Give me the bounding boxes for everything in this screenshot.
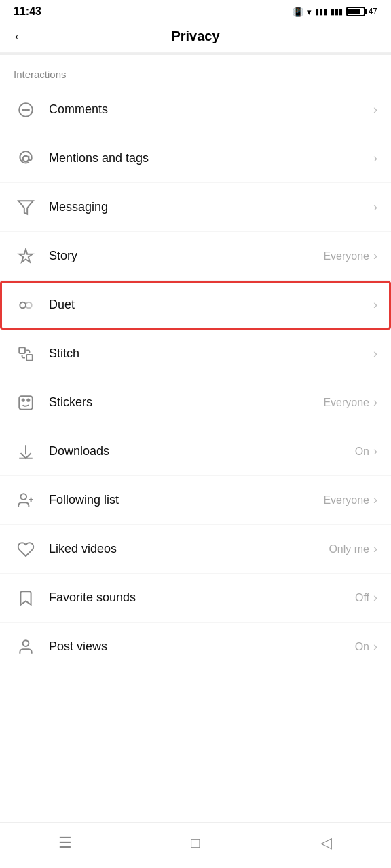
mention-icon	[14, 146, 38, 171]
signal-icon1: ▮▮▮	[315, 7, 327, 16]
svg-point-12	[27, 399, 29, 401]
menu-item-favorite[interactable]: Favorite sounds Off ›	[0, 574, 391, 623]
stitch-label: Stitch	[49, 347, 369, 361]
svg-point-2	[25, 108, 26, 110]
liked-chevron: ›	[373, 542, 377, 556]
menu-item-mentions[interactable]: Mentions and tags ›	[0, 134, 391, 183]
stitch-icon	[14, 342, 38, 366]
stickers-value: Everyone	[323, 397, 369, 409]
messaging-chevron: ›	[373, 200, 377, 214]
nav-home-button[interactable]: □	[175, 829, 216, 856]
menu-item-downloads[interactable]: Downloads On ›	[0, 427, 391, 476]
stickers-label: Stickers	[49, 395, 323, 410]
section-label-interactions: Interactions	[0, 55, 391, 85]
postviews-chevron: ›	[373, 639, 377, 654]
comments-label: Comments	[49, 102, 369, 117]
page-header: ← Privacy	[0, 20, 391, 53]
battery-level: 47	[369, 7, 377, 16]
downloads-label: Downloads	[49, 444, 355, 458]
menu-item-stickers[interactable]: Stickers Everyone ›	[0, 378, 391, 427]
menu-item-duet[interactable]: Duet ›	[0, 281, 391, 330]
comments-chevron: ›	[373, 102, 377, 117]
signal-icon2: ▮▮▮	[331, 7, 343, 16]
status-icons: 📳 ▾ ▮▮▮ ▮▮▮ 47	[293, 7, 377, 17]
svg-point-3	[28, 108, 29, 110]
liked-label: Liked videos	[49, 542, 329, 556]
story-chevron: ›	[373, 249, 377, 263]
duet-label: Duet	[49, 298, 369, 312]
menu-list: Interactions Comments › Mentions and tag…	[0, 55, 391, 822]
svg-point-14	[23, 640, 29, 646]
menu-item-stitch[interactable]: Stitch ›	[0, 330, 391, 378]
battery-icon	[346, 7, 365, 16]
postviews-icon	[14, 635, 38, 659]
story-value: Everyone	[323, 250, 369, 262]
status-time: 11:43	[14, 5, 41, 18]
messaging-icon	[14, 195, 38, 220]
menu-item-comments[interactable]: Comments ›	[0, 85, 391, 134]
svg-rect-10	[19, 396, 33, 410]
svg-rect-9	[26, 355, 33, 361]
duet-chevron: ›	[373, 298, 377, 312]
status-bar: 11:43 📳 ▾ ▮▮▮ ▮▮▮ 47	[0, 0, 391, 20]
stickers-chevron: ›	[373, 395, 377, 410]
following-icon	[14, 488, 38, 513]
story-label: Story	[49, 249, 323, 263]
menu-item-postviews[interactable]: Post views On ›	[0, 623, 391, 671]
svg-point-7	[26, 302, 32, 308]
menu-item-following[interactable]: Following list Everyone ›	[0, 476, 391, 525]
stickers-icon	[14, 391, 38, 415]
svg-point-11	[22, 399, 24, 401]
following-chevron: ›	[373, 493, 377, 507]
menu-item-liked[interactable]: Liked videos Only me ›	[0, 525, 391, 574]
bottom-nav: ☰ □ ◁	[0, 822, 391, 868]
vibrate-icon: 📳	[293, 7, 303, 17]
mentions-label: Mentions and tags	[49, 151, 369, 165]
favorite-chevron: ›	[373, 591, 377, 605]
svg-point-13	[20, 494, 26, 500]
favorite-label: Favorite sounds	[49, 591, 355, 605]
comment-icon	[14, 98, 38, 122]
postviews-value: On	[355, 641, 369, 653]
mentions-chevron: ›	[373, 151, 377, 165]
downloads-value: On	[355, 446, 369, 458]
menu-item-story[interactable]: Story Everyone ›	[0, 232, 391, 281]
wifi-icon: ▾	[307, 7, 312, 17]
nav-back-button[interactable]: ◁	[305, 829, 346, 856]
story-icon	[14, 244, 38, 269]
svg-point-6	[20, 302, 26, 308]
messaging-label: Messaging	[49, 200, 369, 214]
nav-menu-button[interactable]: ☰	[45, 829, 86, 856]
page-title: Privacy	[171, 28, 219, 44]
liked-icon	[14, 537, 38, 561]
postviews-label: Post views	[49, 639, 355, 654]
favorite-icon	[14, 586, 38, 610]
downloads-chevron: ›	[373, 444, 377, 458]
favorite-value: Off	[355, 592, 369, 604]
menu-item-messaging[interactable]: Messaging ›	[0, 183, 391, 232]
following-value: Everyone	[323, 494, 369, 507]
downloads-icon	[14, 439, 38, 464]
svg-marker-5	[18, 201, 33, 214]
svg-point-1	[22, 108, 24, 110]
following-label: Following list	[49, 493, 323, 507]
duet-icon	[14, 293, 38, 317]
stitch-chevron: ›	[373, 347, 377, 361]
svg-rect-8	[19, 347, 25, 353]
back-button[interactable]: ←	[12, 28, 27, 45]
liked-value: Only me	[329, 543, 369, 555]
